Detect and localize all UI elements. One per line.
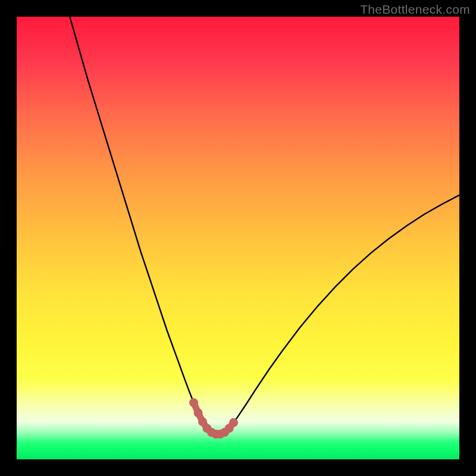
curve-line	[70, 17, 459, 434]
marker-dot	[189, 398, 198, 407]
chart-frame: TheBottleneck.com	[0, 0, 476, 476]
watermark-text: TheBottleneck.com	[360, 2, 470, 17]
marker-dots	[189, 398, 238, 439]
plot-area	[17, 17, 459, 459]
marker-dot	[229, 418, 238, 427]
bottleneck-curve-svg	[17, 17, 459, 459]
marker-dot	[194, 408, 203, 417]
